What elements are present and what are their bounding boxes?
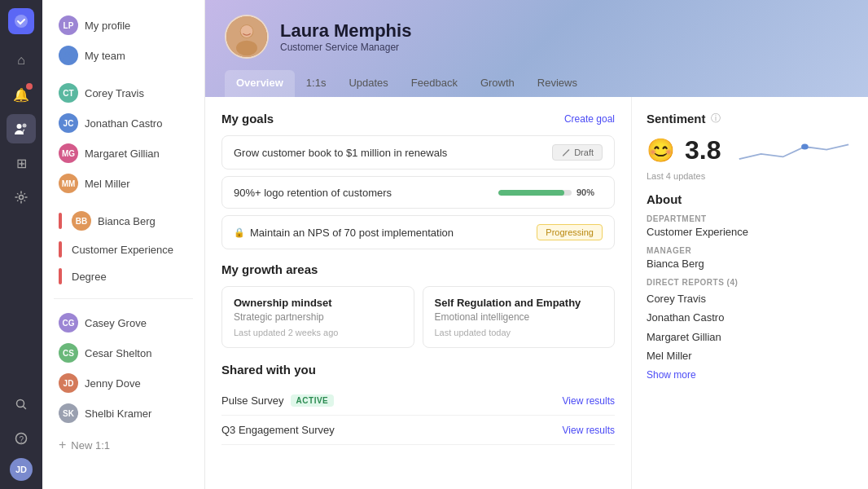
sidebar-item-customer-experience[interactable]: Customer Experience <box>47 236 199 262</box>
direct-report-corey: Corey Travis <box>647 289 853 308</box>
profile-tabs: Overview 1:1s Updates Feedback Growth Re… <box>225 70 848 97</box>
icon-bar-bottom: ? JD <box>7 390 36 481</box>
icon-bar: ⌂ 🔔 ⊞ ? JD <box>0 0 42 489</box>
show-more-button[interactable]: Show more <box>647 369 696 381</box>
growth-card-ownership[interactable]: Ownership mindset Strategic partnership … <box>221 286 414 348</box>
my-team-label: My team <box>85 50 125 62</box>
growth-card-ownership-updated: Last updated 2 weeks ago <box>234 328 402 337</box>
new-one-on-one-label: New 1:1 <box>71 439 110 452</box>
growth-card-empathy[interactable]: Self Regulation and Empathy Emotional in… <box>423 286 616 348</box>
search-bottom-icon[interactable] <box>7 390 36 419</box>
sidebar-item-casey-grove[interactable]: CG Casey Grove <box>47 308 199 337</box>
sidebar-item-shelbi-kramer[interactable]: SK Shelbi Kramer <box>47 399 199 428</box>
app-logo[interactable] <box>8 8 34 34</box>
sentiment-updates: Last 4 updates <box>647 171 853 181</box>
shelbi-kramer-label: Shelbi Kramer <box>85 408 151 420</box>
profile-header: Laura Memphis Customer Service Manager <box>225 15 848 59</box>
progress-label: 90% <box>576 187 594 197</box>
growth-card-empathy-sub: Emotional intelligence <box>435 311 603 323</box>
user-avatar[interactable]: JD <box>10 458 33 481</box>
svg-point-11 <box>236 41 257 56</box>
bianca-berg-label: Bianca Berg <box>98 215 156 227</box>
cesar-shelton-label: Cesar Shelton <box>85 347 151 359</box>
shared-item-q3-left: Q3 Engagement Survey <box>221 424 335 436</box>
pulse-survey-label: Pulse Survey <box>221 394 284 407</box>
svg-point-2 <box>23 124 27 128</box>
jonathan-castro-label: Jonathan Castro <box>85 117 162 130</box>
bianca-badge <box>59 213 62 229</box>
goal-badge-progressing: Progressing <box>537 224 603 240</box>
info-icon[interactable]: ⓘ <box>711 112 721 126</box>
view-results-pulse[interactable]: View results <box>563 395 615 407</box>
profile-title: Customer Service Manager <box>280 42 411 53</box>
shared-title: Shared with you <box>221 363 316 377</box>
profile-card: Laura Memphis Customer Service Manager O… <box>205 0 868 97</box>
sidebar-item-bianca-berg[interactable]: BB Bianca Berg <box>47 206 199 236</box>
sentiment-title: Sentiment <box>647 112 706 126</box>
goal-progress-container: 90% <box>490 185 603 200</box>
profile-avatar <box>225 15 269 59</box>
notification-nav-icon[interactable]: 🔔 <box>7 80 36 109</box>
content-area: My goals Create goal Grow customer book … <box>205 97 868 489</box>
sidebar-my-profile-section: LP My profile My team <box>42 7 204 74</box>
tab-overview[interactable]: Overview <box>225 70 295 97</box>
degree-label: Degree <box>72 271 107 283</box>
sidebar-others-section: CG Casey Grove CS Cesar Shelton JD Jenny… <box>42 304 204 432</box>
sidebar-item-corey-travis[interactable]: CT Corey Travis <box>47 78 199 108</box>
ce-badge <box>59 241 62 258</box>
sidebar-item-mel-miller[interactable]: MM Mel Miller <box>47 169 199 198</box>
settings-nav-icon[interactable] <box>7 183 36 212</box>
tab-updates[interactable]: Updates <box>337 70 399 97</box>
goal-text-nps: Maintain an NPS of 70 post implementatio… <box>250 227 537 239</box>
profile-name: Laura Memphis <box>280 20 411 42</box>
about-title: About <box>647 192 853 206</box>
tab-reviews[interactable]: Reviews <box>526 70 589 97</box>
notification-badge <box>26 83 33 90</box>
sidebar-item-my-team[interactable]: My team <box>47 41 199 70</box>
people-nav-icon[interactable] <box>7 114 36 143</box>
manager-value: Bianca Berg <box>647 258 853 270</box>
progress-fill <box>498 190 564 196</box>
grid-nav-icon[interactable]: ⊞ <box>7 148 36 178</box>
help-bottom-icon[interactable]: ? <box>7 424 36 453</box>
direct-report-margaret: Margaret Gillian <box>647 328 853 346</box>
tab-11s[interactable]: 1:1s <box>295 70 338 97</box>
sidebar-item-cesar-shelton[interactable]: CS Cesar Shelton <box>47 338 199 368</box>
my-profile-label: My profile <box>85 20 130 32</box>
sidebar-item-jenny-dove[interactable]: JD Jenny Dove <box>47 368 199 398</box>
sidebar-item-my-profile[interactable]: LP My profile <box>47 11 199 40</box>
my-team-avatar <box>59 46 78 65</box>
growth-section-header: My growth areas <box>221 262 615 276</box>
department-value: Customer Experience <box>647 226 853 238</box>
growth-card-empathy-title: Self Regulation and Empathy <box>435 297 603 309</box>
sidebar-item-degree[interactable]: Degree <box>47 263 199 289</box>
create-goal-button[interactable]: Create goal <box>564 113 615 125</box>
view-results-q3[interactable]: View results <box>563 425 615 436</box>
profile-avatar-img <box>226 16 267 57</box>
lock-icon: 🔒 <box>234 227 245 238</box>
home-nav-icon[interactable]: ⌂ <box>7 46 36 75</box>
sidebar-item-jonathan-castro[interactable]: JC Jonathan Castro <box>47 108 199 138</box>
goal-badge-draft: Draft <box>552 144 603 161</box>
profile-info: Laura Memphis Customer Service Manager <box>280 20 411 53</box>
goal-text-retention: 90%+ logo retention of customers <box>234 187 490 199</box>
corey-travis-label: Corey Travis <box>85 87 144 99</box>
sidebar-divider <box>54 298 193 299</box>
sidebar-item-margaret-gillian[interactable]: MG Margaret Gillian <box>47 139 199 168</box>
content-side: Sentiment ⓘ 😊 3.8 Last 4 updates About D… <box>632 97 868 489</box>
sentiment-chart <box>730 134 853 166</box>
sentiment-header: Sentiment ⓘ <box>647 112 853 126</box>
tab-growth[interactable]: Growth <box>469 70 526 97</box>
new-one-on-one-button[interactable]: + New 1:1 <box>47 433 199 457</box>
growth-card-ownership-title: Ownership mindset <box>234 297 402 309</box>
manager-label: MANAGER <box>647 246 853 255</box>
shelbi-kramer-avatar: SK <box>59 403 78 423</box>
casey-grove-avatar: CG <box>59 313 78 333</box>
shared-item-pulse: Pulse Survey ACTIVE View results <box>221 386 615 416</box>
svg-text:?: ? <box>20 435 24 444</box>
shared-item-q3: Q3 Engagement Survey View results <box>221 416 615 445</box>
tab-feedback[interactable]: Feedback <box>400 70 469 97</box>
shared-section-header: Shared with you <box>221 363 615 377</box>
svg-point-7 <box>65 52 68 55</box>
margaret-gillian-label: Margaret Gillian <box>85 148 160 160</box>
